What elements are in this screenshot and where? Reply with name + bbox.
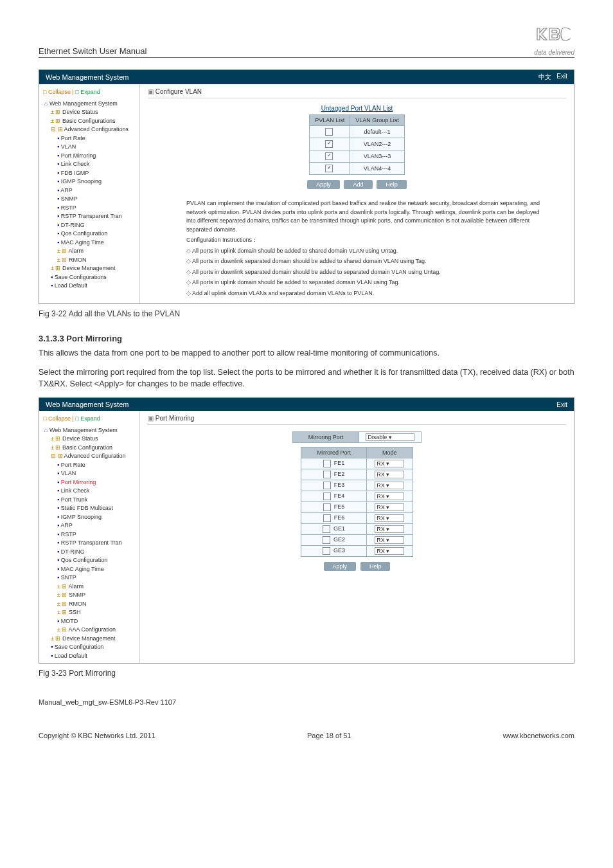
tree-save-config-2[interactable]: ▪ Save Configuration (42, 643, 138, 652)
tree-rmon[interactable]: ± ⊞ RMON (42, 256, 138, 265)
tree-mac-aging-2[interactable]: ▪ MAC Aging Time (42, 565, 138, 574)
mirroring-port-select[interactable]: Disable ▾ (359, 432, 422, 443)
tree-fdb-igmp[interactable]: ▪ FDB IGMP (42, 169, 138, 178)
expand-link[interactable]: □ Expand (75, 89, 100, 95)
mode-fe6[interactable]: RX ▾ (367, 513, 413, 524)
mode-fe5[interactable]: RX ▾ (367, 502, 413, 513)
tree-device-mgmt[interactable]: ± ⊞ Device Management (42, 264, 138, 273)
chk-row1[interactable] (310, 126, 350, 138)
tree-load-default-2[interactable]: ▪ Load Default (42, 652, 138, 661)
screenshot-port-mirroring: Web Management System Exit □ Collapse | … (39, 397, 574, 664)
tree-dt-ring[interactable]: ▪ DT-RING (42, 221, 138, 230)
tree-port-mirroring-2[interactable]: ▪ Port Mirroring (42, 478, 138, 487)
chk-fe5[interactable]: FE5 (301, 502, 367, 513)
chk-ge2[interactable]: GE2 (301, 535, 367, 546)
logo-tagline: data delivered (534, 49, 574, 56)
tree-ssh-2[interactable]: ± ⊞ SSH (42, 608, 138, 617)
tree-dt-ring-2[interactable]: ▪ DT-RING (42, 548, 138, 557)
chk-fe4[interactable]: FE4 (301, 491, 367, 502)
tree-port-trunk-2[interactable]: ▪ Port Trunk (42, 496, 138, 505)
tree-port-mirroring[interactable]: ▪ Port Mirroring (42, 152, 138, 161)
lang-link[interactable]: 中文 (538, 73, 551, 82)
tree-arp[interactable]: ▪ ARP (42, 186, 138, 195)
collapse-link-2[interactable]: □ Collapse (43, 415, 71, 422)
crumb-label-2: Port Mirroring (155, 415, 195, 422)
mode-ge3[interactable]: RX ▾ (367, 546, 413, 557)
apply-button[interactable]: Apply (307, 180, 340, 189)
tree-alarm-2[interactable]: ± ⊞ Alarm (42, 583, 138, 592)
mode-fe1[interactable]: RX ▾ (367, 458, 413, 469)
mode-fe2[interactable]: RX ▾ (367, 469, 413, 480)
mode-fe4[interactable]: RX ▾ (367, 491, 413, 502)
mode-fe3[interactable]: RX ▾ (367, 480, 413, 491)
mode-ge2[interactable]: RX ▾ (367, 535, 413, 546)
chk-fe3[interactable]: FE3 (301, 480, 367, 491)
tree-rstp-trans[interactable]: ▪ RSTP Transparent Tran (42, 212, 138, 221)
tree-save-config[interactable]: ▪ Save Configurations (42, 273, 138, 282)
chk-ge1[interactable]: GE1 (301, 524, 367, 535)
apply-button-2[interactable]: Apply (324, 562, 357, 571)
tree-rmon-2[interactable]: ± ⊞ RMON (42, 600, 138, 609)
tree-vlan-2[interactable]: ▪ VLAN (42, 469, 138, 478)
tree-qos-config-2[interactable]: ▪ Qos Configuration (42, 556, 138, 565)
tree-rstp-2[interactable]: ▪ RSTP (42, 530, 138, 539)
tree-snmp-2[interactable]: ± ⊞ SNMP (42, 591, 138, 600)
tree-basic-config-2[interactable]: ± ⊞ Basic Configuration (42, 444, 138, 453)
section-p2: Select the mirroring port required from … (39, 366, 574, 390)
chk-row2[interactable] (310, 138, 350, 150)
section-p1: This allows the data from one port to be… (39, 347, 574, 359)
help-button-2[interactable]: Help (360, 562, 391, 571)
conf-title: Configuration Instructions： (186, 236, 547, 245)
app-title: Web Management System (46, 73, 129, 81)
tree-snmp[interactable]: ▪ SNMP (42, 195, 138, 204)
tree-vlan[interactable]: ▪ VLAN (42, 143, 138, 152)
tree-load-default[interactable]: ▪ Load Default (42, 282, 138, 291)
tree-motd-2[interactable]: ▪ MOTD (42, 617, 138, 626)
app-title-2: Web Management System (46, 401, 129, 408)
add-button[interactable]: Add (344, 180, 372, 189)
tree-mac-aging[interactable]: ▪ MAC Aging Time (42, 239, 138, 248)
tree-igmp-snooping[interactable]: ▪ IGMP Snooping (42, 177, 138, 186)
mode-ge1[interactable]: RX ▾ (367, 524, 413, 535)
chk-row4[interactable] (310, 163, 350, 175)
expand-link-2[interactable]: □ Expand (75, 415, 100, 422)
tree-rstp-trans-2[interactable]: ▪ RSTP Transparent Tran (42, 539, 138, 548)
tree-rstp[interactable]: ▪ RSTP (42, 204, 138, 213)
kbc-logo-icon (535, 26, 574, 49)
chk-fe6[interactable]: FE6 (301, 513, 367, 524)
crumb-icon: ▣ (148, 88, 154, 95)
tree-link-check-2[interactable]: ▪ Link Check (42, 487, 138, 496)
chk-row3[interactable] (310, 150, 350, 163)
tree-port-rate[interactable]: ▪ Port Rate (42, 134, 138, 143)
crumb-icon-2: ▣ (148, 415, 154, 422)
tree-advanced-config-2[interactable]: ⊟ ⊞ Advanced Configuration (42, 452, 138, 461)
tree-root[interactable]: ⌂ Web Management System (42, 100, 138, 109)
tree-alarm[interactable]: ± ⊞ Alarm (42, 247, 138, 256)
list-title: Untagged Port VLAN List (148, 105, 566, 112)
tree-qos-config[interactable]: ▪ Qos Configuration (42, 230, 138, 239)
tree-sntp-2[interactable]: ▪ SNTP (42, 574, 138, 583)
vlan-table: PVLAN ListVLAN Group List default---1 VL… (309, 114, 405, 175)
collapse-link[interactable]: □ Collapse (43, 89, 71, 95)
tree-basic-config[interactable]: ± ⊞ Basic Configurations (42, 117, 138, 126)
mirrored-port-table: Mirrored PortMode FE1RX ▾ FE2RX ▾ FE3RX … (301, 447, 413, 557)
exit-link[interactable]: Exit (556, 73, 567, 82)
tree-root-2[interactable]: ⌂ Web Management System (42, 426, 138, 435)
tree-arp-2[interactable]: ▪ ARP (42, 521, 138, 530)
tree-device-mgmt-2[interactable]: ± ⊞ Device Management (42, 635, 138, 644)
tree-aaa-config-2[interactable]: ± ⊞ AAA Configuration (42, 626, 138, 635)
chk-fe2[interactable]: FE2 (301, 469, 367, 480)
help-button[interactable]: Help (377, 180, 407, 189)
tree-port-rate-2[interactable]: ▪ Port Rate (42, 461, 138, 470)
tree-device-status-2[interactable]: ± ⊞ Device Status (42, 435, 138, 444)
chk-fe1[interactable]: FE1 (301, 458, 367, 469)
tree-static-fdb-2[interactable]: ▪ Static FDB Multicast (42, 504, 138, 513)
exit-link-2[interactable]: Exit (556, 401, 567, 408)
tree-device-status[interactable]: ± ⊞ Device Status (42, 108, 138, 117)
tree-link-check[interactable]: ▪ Link Check (42, 160, 138, 169)
chk-ge3[interactable]: GE3 (301, 546, 367, 557)
col-mirrored-port: Mirrored Port (301, 448, 367, 458)
tree-igmp-snooping-2[interactable]: ▪ IGMP Snooping (42, 513, 138, 522)
tree-advanced-config[interactable]: ⊟ ⊞ Advanced Configurations (42, 125, 138, 134)
cell-row4: VLAN4---4 (350, 163, 405, 175)
